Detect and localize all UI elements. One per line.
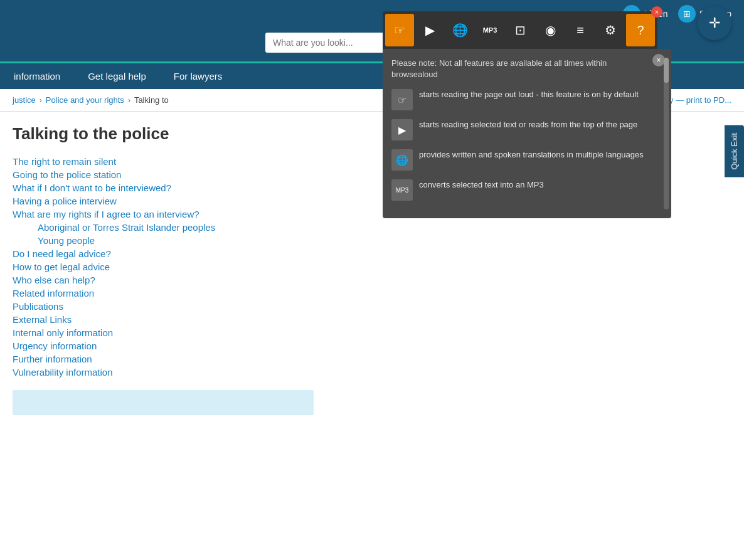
ba-btn-settings[interactable]: ⚙ (596, 14, 625, 46)
ba-btn-read-aloud[interactable]: ☞ (385, 14, 414, 46)
toc-link[interactable]: Related information (13, 288, 731, 298)
toc-link[interactable]: Publications (13, 301, 731, 312)
ba-features: ☞starts reading the page out loud - this… (391, 89, 662, 201)
ba-btn-translate[interactable]: 🌐 (445, 14, 474, 46)
breadcrumb-sep-1: › (40, 96, 42, 105)
toc-link[interactable]: Urgency information (13, 341, 731, 351)
toc-link[interactable]: Who else can help? (13, 275, 731, 285)
nav-item-information[interactable]: information (0, 63, 74, 89)
quick-exit-button[interactable]: Quick Exit (725, 125, 744, 177)
panel-note: Please note: Not all features are availa… (391, 58, 662, 80)
ba-feature: ☞starts reading the page out loud - this… (391, 89, 662, 110)
ba-feature: ▶starts reading selected text or reads f… (391, 119, 662, 140)
toc-link[interactable]: Internal only information (13, 327, 731, 338)
ba-buttons: ☞▶🌐MP3⊡◉≡⚙? (385, 14, 655, 46)
toc-link[interactable]: Vulnerability information (13, 367, 731, 378)
ba-btn-text-search[interactable]: ◉ (536, 14, 565, 46)
ba-btn-help[interactable]: ? (626, 14, 655, 46)
breadcrumb-current: Talking to (134, 95, 169, 105)
ba-feature-icon: ▶ (391, 119, 413, 140)
ba-btn-play[interactable]: ▶ (415, 14, 444, 46)
ba-feature-icon: ☞ (391, 89, 413, 110)
ba-feature: MP3converts selected text into an MP3 (391, 179, 662, 201)
ba-feature-icon: MP3 (391, 179, 413, 201)
ba-feature-text: converts selected text into an MP3 (419, 179, 544, 191)
panel-scrollthumb[interactable] (664, 58, 669, 83)
toc-link[interactable]: Young people (38, 235, 731, 246)
toc-link[interactable]: Do I need legal advice? (13, 248, 731, 259)
browsealoud-panel: × Please note: Not all features are avai… (383, 49, 671, 218)
ba-btn-screen-mask[interactable]: ⊡ (506, 14, 534, 46)
ba-feature-text: starts reading selected text or reads fr… (419, 119, 637, 130)
ba-btn-settings-list[interactable]: ≡ (566, 14, 595, 46)
panel-close-button[interactable]: × (652, 54, 665, 66)
toc-link[interactable]: External Links (13, 314, 731, 325)
ba-feature: 🌐provides written and spoken translation… (391, 149, 662, 171)
browsealoud-toolbar: × ☞▶🌐MP3⊡◉≡⚙? (383, 11, 657, 49)
move-icon[interactable]: ✛ (698, 6, 731, 40)
toc-link[interactable]: How to get legal advice (13, 262, 731, 272)
ba-feature-icon: 🌐 (391, 149, 413, 171)
panel-scrollbar[interactable] (664, 58, 669, 209)
ba-feature-text: starts reading the page out loud - this … (419, 89, 639, 100)
nav-item-for-lawyers[interactable]: For lawyers (160, 63, 236, 89)
toc-link[interactable]: Aboriginal or Torres Strait Islander peo… (38, 222, 731, 233)
sitemap-icon: ⊞ (678, 5, 696, 23)
ba-feature-text: provides written and spoken translations… (419, 149, 644, 161)
print-text: — print to PD... (676, 95, 731, 105)
breadcrumb-police[interactable]: Police and your rights (46, 95, 124, 105)
footer-preview (13, 390, 314, 415)
toolbar-close-button[interactable]: × (651, 6, 662, 18)
breadcrumb-justice[interactable]: justice (13, 95, 36, 105)
toc-link[interactable]: Further information (13, 354, 731, 364)
nav-item-get-legal-help[interactable]: Get legal help (74, 63, 160, 89)
breadcrumb-sep-2: › (128, 96, 130, 105)
ba-btn-mp3[interactable]: MP3 (476, 14, 504, 46)
